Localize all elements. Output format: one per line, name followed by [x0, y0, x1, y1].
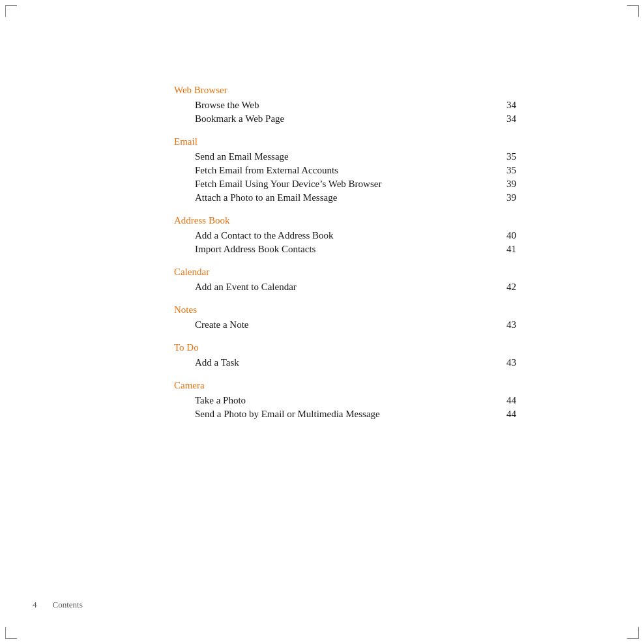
entry-page-email-1: 35 — [506, 165, 526, 176]
entry-title-camera-0: Take a Photo — [195, 395, 503, 406]
section-header-to-do: To Do — [174, 342, 526, 353]
page: Web BrowserBrowse the Web34Bookmark a We… — [0, 0, 644, 644]
section-header-email: Email — [174, 136, 526, 147]
entry-email-0: Send an Email Message35 — [174, 151, 526, 162]
entry-title-web-browser-1: Bookmark a Web Page — [195, 113, 503, 124]
entry-title-email-3: Attach a Photo to an Email Message — [195, 192, 503, 203]
entry-title-to-do-0: Add a Task — [195, 357, 503, 368]
entry-notes-0: Create a Note43 — [174, 319, 526, 330]
page-footer: 4 Contents — [33, 600, 83, 610]
section-header-calendar: Calendar — [174, 267, 526, 278]
entry-calendar-0: Add an Event to Calendar42 — [174, 282, 526, 293]
footer-page-number: 4 — [33, 600, 37, 610]
entry-page-email-0: 35 — [506, 151, 526, 162]
entry-page-web-browser-1: 34 — [506, 113, 526, 124]
entry-page-camera-1: 44 — [506, 409, 526, 420]
entry-title-calendar-0: Add an Event to Calendar — [195, 282, 503, 293]
entry-title-address-book-0: Add a Contact to the Address Book — [195, 230, 503, 241]
section-header-web-browser: Web Browser — [174, 85, 526, 96]
entry-page-camera-0: 44 — [506, 395, 526, 406]
entry-address-book-1: Import Address Book Contacts41 — [174, 244, 526, 255]
entry-web-browser-0: Browse the Web34 — [174, 100, 526, 111]
section-header-notes: Notes — [174, 304, 526, 315]
entry-page-calendar-0: 42 — [506, 282, 526, 293]
entry-title-web-browser-0: Browse the Web — [195, 100, 503, 111]
entry-page-notes-0: 43 — [506, 319, 526, 330]
entry-page-web-browser-0: 34 — [506, 100, 526, 111]
entry-title-email-2: Fetch Email Using Your Device’s Web Brow… — [195, 179, 503, 190]
entry-address-book-0: Add a Contact to the Address Book40 — [174, 230, 526, 241]
corner-mark-tr — [627, 5, 639, 17]
entry-email-1: Fetch Email from External Accounts35 — [174, 165, 526, 176]
entry-to-do-0: Add a Task43 — [174, 357, 526, 368]
entry-page-email-2: 39 — [506, 179, 526, 190]
entry-title-camera-1: Send a Photo by Email or Multimedia Mess… — [195, 409, 503, 420]
corner-mark-br — [627, 627, 639, 639]
corner-mark-tl — [5, 5, 17, 17]
entry-title-email-0: Send an Email Message — [195, 151, 503, 162]
entry-page-email-3: 39 — [506, 192, 526, 203]
entry-title-email-1: Fetch Email from External Accounts — [195, 165, 503, 176]
section-header-address-book: Address Book — [174, 215, 526, 226]
entry-page-to-do-0: 43 — [506, 357, 526, 368]
entry-camera-1: Send a Photo by Email or Multimedia Mess… — [174, 409, 526, 420]
corner-mark-bl — [5, 627, 17, 639]
entry-title-address-book-1: Import Address Book Contacts — [195, 244, 503, 255]
entry-title-notes-0: Create a Note — [195, 319, 503, 330]
entry-email-2: Fetch Email Using Your Device’s Web Brow… — [174, 179, 526, 190]
toc-content: Web BrowserBrowse the Web34Bookmark a We… — [174, 85, 526, 422]
entry-camera-0: Take a Photo44 — [174, 395, 526, 406]
entry-email-3: Attach a Photo to an Email Message39 — [174, 192, 526, 203]
section-header-camera: Camera — [174, 380, 526, 391]
entry-page-address-book-1: 41 — [506, 244, 526, 255]
footer-label: Contents — [53, 600, 83, 610]
entry-web-browser-1: Bookmark a Web Page34 — [174, 113, 526, 124]
entry-page-address-book-0: 40 — [506, 230, 526, 241]
